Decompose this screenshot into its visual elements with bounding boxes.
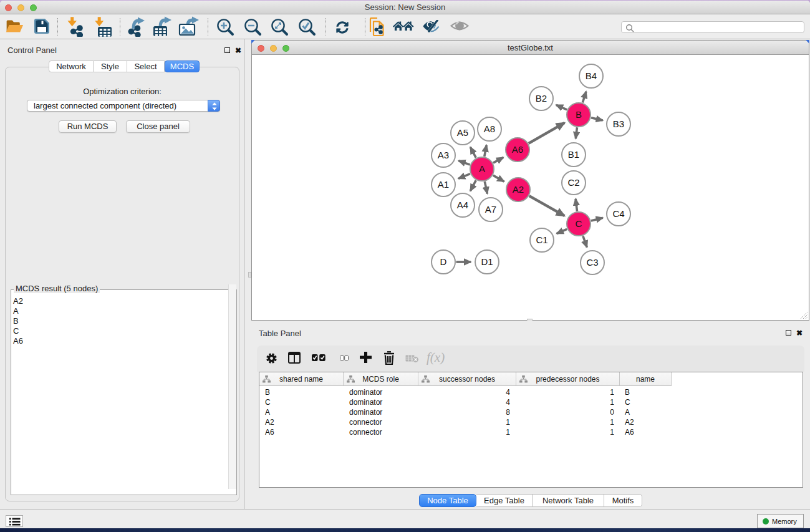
svg-text:A6: A6 <box>512 144 523 155</box>
svg-text:B1: B1 <box>568 149 579 160</box>
svg-text:A7: A7 <box>485 204 496 215</box>
svg-text:A3: A3 <box>438 150 449 160</box>
svg-text:C4: C4 <box>612 208 624 219</box>
svg-text:A2: A2 <box>513 184 524 195</box>
svg-text:A1: A1 <box>438 179 449 190</box>
svg-text:A8: A8 <box>484 123 495 134</box>
svg-text:D: D <box>440 256 447 267</box>
svg-text:B4: B4 <box>586 70 597 81</box>
svg-text:C: C <box>576 218 582 229</box>
svg-text:A: A <box>479 163 485 174</box>
svg-text:A4: A4 <box>457 200 468 210</box>
svg-text:C1: C1 <box>536 235 547 245</box>
svg-text:C3: C3 <box>586 257 598 268</box>
svg-text:D1: D1 <box>481 256 493 267</box>
svg-text:B2: B2 <box>536 93 547 104</box>
svg-text:C2: C2 <box>567 177 579 188</box>
svg-text:B: B <box>576 109 582 120</box>
svg-text:B3: B3 <box>613 118 624 129</box>
svg-text:A5: A5 <box>457 127 468 138</box>
